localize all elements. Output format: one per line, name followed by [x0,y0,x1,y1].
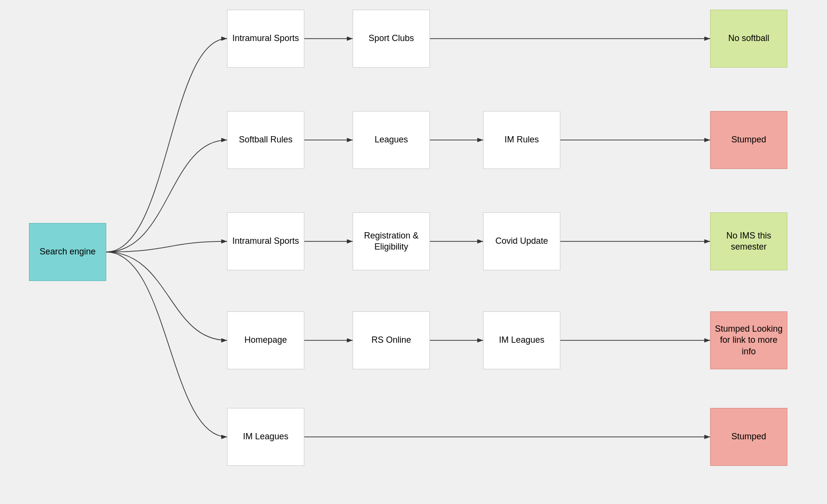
search-engine-node: Search engine [29,223,106,281]
intramural-sports-node-1: Intramural Sports [227,10,304,68]
rs-online-node: RS Online [353,311,430,369]
outcome-stumped-3: Stumped [710,408,787,466]
covid-update-node: Covid Update [483,212,560,270]
registration-eligibility-node: Registration & Eligibility [353,212,430,270]
diagram-container: Search engine Intramural Sports Softball… [0,0,827,504]
outcome-no-softball: No softball [710,10,787,68]
im-rules-node: IM Rules [483,111,560,169]
im-leagues-node-1: IM Leagues [227,408,304,466]
im-leagues-node-2: IM Leagues [483,311,560,369]
outcome-stumped-2: Stumped Looking for link to more info [710,311,787,369]
outcome-no-ims: No IMS this semester [710,212,787,270]
intramural-sports-node-2: Intramural Sports [227,212,304,270]
outcome-stumped-1: Stumped [710,111,787,169]
leagues-node: Leagues [353,111,430,169]
homepage-node: Homepage [227,311,304,369]
sport-clubs-node: Sport Clubs [353,10,430,68]
softball-rules-node: Softball Rules [227,111,304,169]
